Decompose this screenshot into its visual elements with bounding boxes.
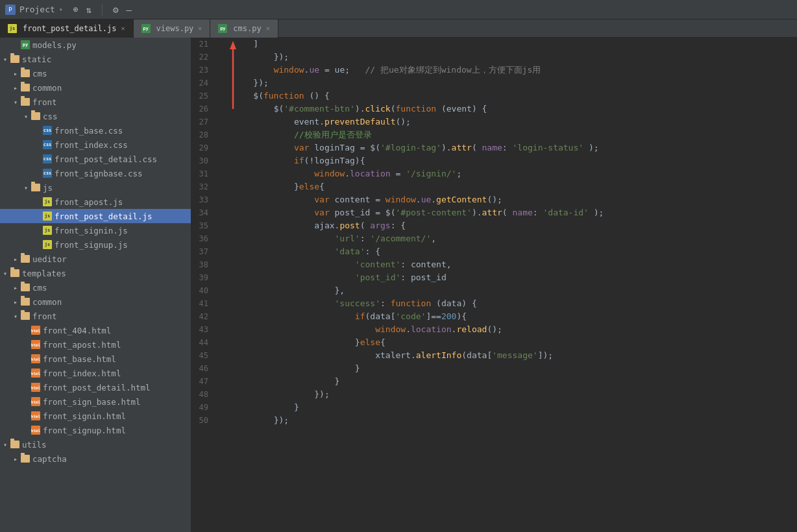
sidebar-item-front-signup-js[interactable]: js front_signup.js xyxy=(0,237,191,252)
tab-front-post-detail-js[interactable]: js front_post_detail.js ✕ xyxy=(0,19,134,38)
js-file-icon: js xyxy=(43,226,52,235)
sidebar-item-front-signup-html[interactable]: html front_signup.html xyxy=(0,423,191,437)
sidebar-item-front-signbase-css[interactable]: css front_signbase.css xyxy=(0,166,191,180)
line-number: 49 xyxy=(191,401,216,414)
sidebar-item-front-post-detail-css[interactable]: css front_post_detail.css xyxy=(0,152,191,166)
toolbar-divider xyxy=(102,4,103,16)
code-line-28: 28 //校验用户是否登录 xyxy=(191,128,797,141)
code-line-46: 46 } xyxy=(191,362,797,375)
tab-views-py[interactable]: py views.py ✕ xyxy=(134,19,211,38)
sidebar-item-templates-common[interactable]: ▸ common xyxy=(0,295,191,309)
html-file-icon: html xyxy=(31,340,40,349)
arrow-down: ▾ xyxy=(0,270,10,277)
sidebar-item-front-404-html[interactable]: html front_404.html xyxy=(0,323,191,337)
line-content: }); xyxy=(230,51,797,64)
sidebar-item-templates-cms[interactable]: ▸ cms xyxy=(0,280,191,295)
sidebar-item-static-cms[interactable]: ▸ cms xyxy=(0,66,191,80)
folder-icon xyxy=(21,298,30,306)
project-selector[interactable]: P Project ▾ xyxy=(5,5,63,15)
config-icon[interactable]: ⊕ xyxy=(73,5,79,14)
sidebar-item-static-common[interactable]: ▸ common xyxy=(0,80,191,95)
sidebar-item-js-folder[interactable]: ▾ js xyxy=(0,180,191,195)
layout-icon[interactable]: ⇅ xyxy=(86,5,92,15)
settings-icon[interactable]: ⚙ xyxy=(113,5,118,15)
code-line-34: 34 var post_id = $('#post-content').attr… xyxy=(191,206,797,219)
tab-close-front-post-detail-js[interactable]: ✕ xyxy=(121,25,125,32)
sidebar-item-front-base-html[interactable]: html front_base.html xyxy=(0,352,191,366)
html-file-icon: html xyxy=(31,426,40,435)
py-file-icon: py xyxy=(21,40,30,49)
line-gutter xyxy=(216,349,230,362)
line-gutter xyxy=(216,219,230,232)
folder-icon-css xyxy=(31,112,40,120)
code-line-44: 44 }else{ xyxy=(191,336,797,349)
line-content: 'post_id': post_id xyxy=(230,271,797,284)
sidebar-label: css xyxy=(43,112,186,121)
line-gutter xyxy=(216,271,230,284)
line-number: 40 xyxy=(191,284,216,297)
line-content: 'content': content, xyxy=(230,258,797,271)
tab-close-cms-py[interactable]: ✕ xyxy=(266,25,270,32)
code-editor[interactable]: 21 ] 22 }); 23 window.ue = ue; // 把ue对象 xyxy=(191,38,797,532)
code-line-23: 23 window.ue = ue; // 把ue对象绑定到window上，方便… xyxy=(191,64,797,77)
html-file-icon: html xyxy=(31,369,40,378)
code-line-33: 33 var content = window.ue.getContent(); xyxy=(191,193,797,206)
sidebar-item-front-signin-html[interactable]: html front_signin.html xyxy=(0,409,191,423)
sidebar-label-utils: utils xyxy=(22,440,186,450)
sidebar-item-front-post-detail-js[interactable]: js front_post_detail.js xyxy=(0,209,191,223)
minimize-icon[interactable]: – xyxy=(127,5,132,15)
sidebar-item-static[interactable]: ▾ static xyxy=(0,52,191,66)
sidebar: py models.py ▾ static ▸ cms ▸ common ▾ xyxy=(0,38,191,532)
sidebar-item-templates-front[interactable]: ▾ front xyxy=(0,309,191,323)
folder-icon-templates xyxy=(10,269,19,277)
tabs-bar: js front_post_detail.js ✕ py views.py ✕ … xyxy=(0,19,797,38)
line-content: xtalert.alertInfo(data['message']); xyxy=(230,349,797,362)
line-gutter xyxy=(216,51,230,64)
sidebar-label: front_base.html xyxy=(43,354,186,364)
folder-icon-static xyxy=(10,55,19,63)
line-number: 39 xyxy=(191,271,216,284)
folder-icon-js xyxy=(31,184,40,191)
arrow-down: ▾ xyxy=(10,99,21,106)
sidebar-label: front_post_detail.css xyxy=(55,154,186,164)
html-file-icon: html xyxy=(31,397,40,406)
line-content: 'data': { xyxy=(230,245,797,258)
sidebar-label: front_index.html xyxy=(43,369,186,378)
sidebar-item-models-py[interactable]: py models.py xyxy=(0,38,191,52)
sidebar-item-static-front[interactable]: ▾ front xyxy=(0,95,191,109)
line-content: }); xyxy=(230,77,797,90)
sidebar-item-css-folder[interactable]: ▾ css xyxy=(0,109,191,123)
line-gutter xyxy=(216,258,230,271)
sidebar-item-front-post-detail-html[interactable]: html front_post_detail.html xyxy=(0,380,191,394)
sidebar-item-captcha[interactable]: ▸ captcha xyxy=(0,452,191,466)
sidebar-item-front-apost-js[interactable]: js front_apost.js xyxy=(0,195,191,209)
sidebar-item-front-sign-base-html[interactable]: html front_sign_base.html xyxy=(0,394,191,409)
sidebar-item-front-signin-js[interactable]: js front_signin.js xyxy=(0,223,191,237)
css-file-icon: css xyxy=(43,126,52,135)
code-line-22: 22 }); xyxy=(191,51,797,64)
code-line-45: 45 xtalert.alertInfo(data['message']); xyxy=(191,349,797,362)
line-gutter xyxy=(216,323,230,336)
sidebar-item-ueditor[interactable]: ▸ ueditor xyxy=(0,252,191,266)
line-gutter xyxy=(216,336,230,349)
sidebar-item-templates[interactable]: ▾ templates xyxy=(0,266,191,280)
line-gutter xyxy=(216,167,230,180)
line-gutter xyxy=(216,245,230,258)
tab-close-views-py[interactable]: ✕ xyxy=(198,25,202,32)
line-number: 45 xyxy=(191,349,216,362)
sidebar-item-front-index-html[interactable]: html front_index.html xyxy=(0,366,191,380)
sidebar-label-selected: front_post_detail.js xyxy=(55,212,186,221)
sidebar-item-front-index-css[interactable]: css front_index.css xyxy=(0,138,191,152)
code-line-21: 21 ] xyxy=(191,38,797,51)
sidebar-item-front-base-css[interactable]: css front_base.css xyxy=(0,123,191,138)
line-content: window.ue = ue; // 把ue对象绑定到window上，方便下面j… xyxy=(230,64,797,77)
sidebar-label: front_sign_base.html xyxy=(43,397,186,407)
html-file-icon: html xyxy=(31,354,40,363)
sidebar-label: front_apost.js xyxy=(55,197,186,207)
arrow-down: ▾ xyxy=(0,56,10,63)
sidebar-item-utils[interactable]: ▾ utils xyxy=(0,437,191,452)
tab-cms-py[interactable]: py cms.py ✕ xyxy=(210,19,278,38)
sidebar-item-front-apost-html[interactable]: html front_apost.html xyxy=(0,337,191,352)
sidebar-label: front_404.html xyxy=(43,326,186,335)
line-content: }else{ xyxy=(230,180,797,193)
